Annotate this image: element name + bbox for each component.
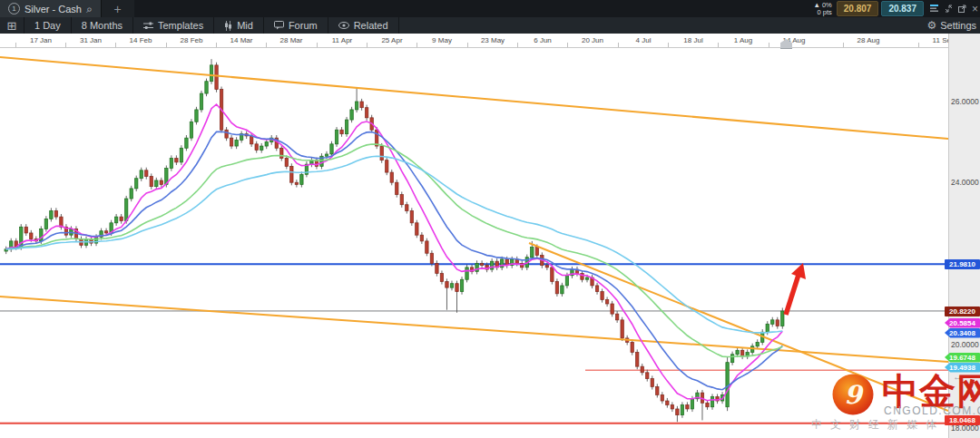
settings-label: Settings — [940, 20, 976, 31]
date-label: 28 Aug — [848, 36, 888, 44]
toolbar-button-label: Forum — [289, 20, 318, 31]
upper-channel-line — [0, 57, 948, 139]
change-readout: ▲ 0% 0 pts — [813, 2, 831, 16]
layout-grid-icon[interactable]: ⊞ — [0, 17, 24, 34]
date-tick — [317, 43, 318, 47]
new-tab-button[interactable]: + — [101, 0, 134, 17]
resistance-line-tag: 21.9810 — [945, 259, 980, 269]
ma-slowest-tag: 19.4938 — [945, 363, 980, 373]
date-tick — [15, 43, 16, 47]
buy-price-button[interactable]: 20.837 — [881, 1, 924, 16]
trading-chart-window: { "window": {"tab_number":"1","tab_title… — [0, 0, 980, 438]
axis-resize-icon[interactable]: ↔ — [953, 371, 963, 382]
search-icon[interactable]: ⌕ — [86, 5, 93, 14]
ma-fast-line — [6, 104, 783, 401]
ma-slow-line — [6, 144, 783, 357]
tab-title: Silver - Cash — [24, 4, 82, 15]
date-tick — [718, 43, 719, 47]
date-tick — [567, 43, 568, 47]
chart-canvas[interactable] — [0, 0, 980, 438]
falling-wedge-line — [529, 243, 948, 411]
date-tick — [467, 43, 468, 47]
chart-number-icon: 1 — [8, 3, 20, 15]
tab-silver-cash[interactable]: 1 Silver - Cash ⌕ — [0, 0, 101, 17]
date-tick — [65, 43, 66, 47]
toolbar-button-templates[interactable]: Templates — [133, 17, 214, 34]
date-label: 14 Aug — [774, 36, 814, 44]
toolbar-button-label: Mid — [237, 20, 253, 31]
date-tick — [115, 43, 116, 47]
date-label: 28 Mar — [271, 36, 311, 44]
price-tick-label: 26.0000 — [951, 97, 980, 106]
price-tick-label: 20.0000 — [951, 340, 980, 349]
collapse-icon[interactable] — [945, 5, 953, 13]
eye-icon — [338, 22, 349, 29]
date-label: 31 Jan — [71, 36, 111, 44]
date-tick — [618, 43, 619, 47]
watermark-slogan: 中文财经新媒体 — [811, 417, 945, 433]
date-tick — [416, 43, 417, 47]
ma-fast-tag: 20.5854 — [945, 318, 980, 328]
date-label: 18 Jul — [673, 36, 713, 44]
quote-cluster: ▲ 0% 0 pts 20.807 20.837 × — [813, 0, 978, 17]
price-tick-label: 18.0000 — [951, 423, 980, 433]
current-price-tag: 20.8220 — [945, 307, 980, 316]
settings-button[interactable]: ⚙ Settings — [926, 17, 976, 34]
change-points: 0 pts — [818, 9, 832, 16]
date-tick — [843, 43, 844, 47]
close-icon[interactable]: × — [972, 3, 978, 15]
date-tick — [918, 43, 919, 47]
annotation-arrow — [786, 263, 806, 315]
toolbar-button-label: 8 Months — [82, 20, 122, 31]
tab-bar: 1 Silver - Cash ⌕ + ▲ 0% 0 pts 20.807 20… — [0, 0, 980, 17]
date-label: 4 Jul — [623, 36, 663, 44]
date-label: 25 Apr — [372, 36, 412, 44]
toolbar-button-mid[interactable]: Mid — [214, 17, 264, 34]
date-tick — [216, 43, 217, 47]
date-label: 6 Jun — [523, 36, 563, 44]
ma-medium-line — [6, 131, 783, 390]
toolbar-button-label: Related — [354, 20, 388, 31]
speech-icon — [274, 21, 284, 30]
toolbar-button-forum[interactable]: Forum — [264, 17, 328, 34]
candlestick-icon — [224, 21, 232, 31]
date-tick — [367, 43, 368, 47]
date-tick — [266, 43, 267, 47]
date-tick — [166, 43, 167, 47]
toolbar-button-related[interactable]: Related — [328, 17, 399, 34]
date-axis[interactable]: 17 Jan31 Jan14 Feb28 Feb14 Mar28 Mar11 A… — [0, 34, 980, 48]
date-label: 20 Jun — [573, 36, 612, 44]
gear-icon: ⚙ — [926, 19, 936, 32]
date-label: 23 May — [473, 36, 513, 44]
chart-toolbar: ⊞ 1 Day8 MonthsTemplatesMidForumRelated … — [0, 17, 980, 34]
ma-medium-tag: 20.3408 — [945, 328, 980, 338]
date-label: 11 Apr — [322, 36, 362, 44]
toolbar-button-1-day[interactable]: 1 Day — [24, 17, 72, 34]
date-label: 1 Aug — [723, 36, 763, 44]
candles-layer — [5, 59, 784, 422]
date-tick — [668, 43, 669, 47]
cngold-logo-icon: 9 — [831, 373, 875, 416]
price-tick-label: 24.0000 — [951, 178, 980, 187]
ma-slow-tag: 19.6748 — [945, 353, 980, 363]
toolbar-button-label: 1 Day — [34, 20, 61, 31]
date-label: 28 Feb — [172, 36, 211, 44]
date-label: 17 Jan — [21, 36, 61, 44]
date-label: 9 May — [422, 36, 462, 44]
date-label: 14 Mar — [221, 36, 261, 44]
date-tick — [517, 43, 518, 47]
toolbar-button-8-months[interactable]: 8 Months — [72, 17, 133, 34]
toolbar-button-label: Templates — [158, 20, 203, 31]
lower-channel-line — [0, 297, 948, 362]
date-tick — [769, 43, 769, 47]
sell-price-button[interactable]: 20.807 — [837, 1, 879, 16]
date-label: 14 Feb — [121, 36, 161, 44]
popout-icon[interactable] — [958, 5, 966, 13]
support-line-tag: 18.0468 — [945, 415, 980, 425]
depth-toggle-icon[interactable] — [930, 5, 939, 13]
ma-slowest-line — [6, 156, 783, 333]
sliders-icon — [143, 22, 153, 30]
svg-text:9: 9 — [844, 380, 864, 410]
